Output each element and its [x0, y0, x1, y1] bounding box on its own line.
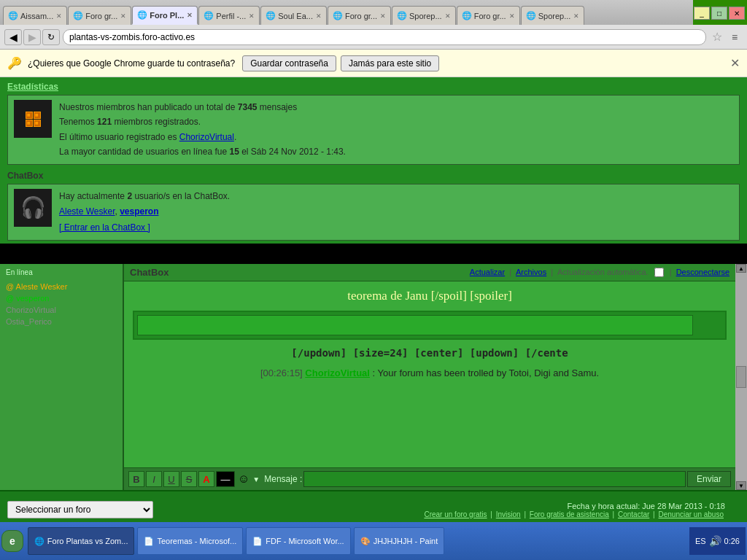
sidebar-user-3[interactable]: ChorizoVirtual: [3, 304, 120, 316]
chat-toolbar: B I U S A — ☺ ▼ Mensaje : Enviar: [124, 467, 735, 490]
enter-chatbox-link[interactable]: [ Entrar en la ChatBox ]: [59, 222, 150, 233]
denunciar-link[interactable]: Denunciar un abuso: [658, 510, 724, 518]
sidebar-user-4[interactable]: Ostia_Perico: [3, 316, 120, 327]
tab-foro-pl[interactable]: 🌐 Foro Pl... ✕: [132, 6, 198, 25]
menu-icon[interactable]: ≡: [727, 29, 743, 45]
chat-user-link[interactable]: ChorizoVirtual: [305, 368, 370, 378]
close-password-bar-icon[interactable]: ✕: [730, 56, 740, 70]
chatbox-topbar: ChatBox Actualizar | Archivos | Actualiz…: [124, 264, 735, 281]
taskbar-item-fdf[interactable]: 📄 FDF - Microsoft Wor...: [246, 527, 350, 555]
chatbox-panel: En línea @ Aleste Wesker @ vesperon Chor…: [0, 264, 747, 490]
tab-sporep2[interactable]: 🌐 Sporep... ✕: [521, 6, 585, 25]
auto-update-checkbox[interactable]: [654, 268, 664, 277]
strikethrough-button[interactable]: S: [181, 471, 197, 487]
tab-perfil[interactable]: 🌐 Perfil -... ✕: [198, 6, 260, 25]
minimize-button[interactable]: _: [694, 7, 710, 20]
taskbar-item-paint[interactable]: 🎨 JHJHJHJH - Paint: [354, 527, 445, 555]
invision-link[interactable]: Invision: [496, 510, 521, 518]
tab-label: Foro gr...: [474, 12, 506, 20]
taskbar-label-teoremas: Teoremas - Microsof...: [157, 537, 236, 545]
last-user-link[interactable]: ChorizoVirtual: [179, 132, 234, 142]
tab-foro1[interactable]: 🌐 Foro gr... ✕: [68, 6, 131, 25]
taskbar: e 🌐 Foro Plantas vs Zom... 📄 Teoremas - …: [0, 522, 747, 560]
tab-close-icon[interactable]: ✕: [380, 12, 386, 20]
contactar-link[interactable]: Contactar: [618, 510, 649, 518]
chat-message-text: : Your forum has been trolled by Totoi, …: [370, 368, 599, 378]
back-button[interactable]: ◀: [4, 29, 22, 45]
stats-header[interactable]: Estadísticas: [7, 82, 740, 92]
chatbox-panel-links: Actualizar | Archivos | Actualización au…: [470, 268, 729, 277]
taskbar-icon-fdf: 📄: [252, 537, 263, 546]
save-password-button[interactable]: Guardar contraseña: [242, 55, 336, 71]
taskbar-icon-teoremas: 📄: [144, 537, 154, 546]
chat-message-truncated: teorema de Janu [/spoil] [spoiler]: [127, 284, 732, 308]
tab-sporep1[interactable]: 🌐 Sporep... ✕: [392, 6, 456, 25]
address-input[interactable]: [63, 29, 706, 45]
address-bar: ◀ ▶ ↻ ☆ ≡: [0, 25, 747, 50]
tab-close-icon[interactable]: ✕: [187, 12, 193, 19]
tab-bar: 🌐 Aissam... ✕ 🌐 Foro gr... ✕ 🌐 Foro Pl..…: [0, 0, 747, 25]
dash-button[interactable]: —: [216, 471, 235, 487]
maximize-button[interactable]: □: [711, 7, 727, 20]
emoji-button[interactable]: ☺: [238, 472, 249, 486]
emoji-dropdown-icon[interactable]: ▼: [252, 475, 260, 483]
bookmark-star-icon[interactable]: ☆: [709, 29, 725, 45]
tab-label: Sporep...: [409, 12, 442, 20]
refresh-button[interactable]: ↻: [42, 29, 60, 45]
taskbar-item-teoremas[interactable]: 📄 Teoremas - Microsof...: [137, 527, 243, 555]
tab-close-icon[interactable]: ✕: [316, 12, 322, 20]
taskbar-item-foro[interactable]: 🌐 Foro Plantas vs Zom...: [28, 527, 135, 555]
bold-button[interactable]: B: [128, 471, 144, 487]
tab-label: Sporep...: [538, 12, 571, 20]
tab-label: Soul Ea...: [278, 12, 313, 20]
italic-button[interactable]: I: [146, 471, 162, 487]
foro-asistencia-link[interactable]: Foro gratis de asistencia: [530, 510, 609, 518]
chat-message-code: [/updown] [size=24] [center] [updown] [/…: [127, 343, 732, 363]
system-tray: ES 🔊 0:26: [689, 527, 746, 555]
chat-input-embedded: [133, 311, 727, 340]
never-save-button[interactable]: Jamás para este sitio: [341, 55, 439, 71]
create-forum-link[interactable]: Crear un foro gratis: [424, 510, 487, 518]
tab-label-active: Foro Pl...: [150, 11, 184, 20]
black-divider: [0, 244, 747, 264]
chatbox-user1-link[interactable]: Aleste Wesker: [59, 206, 115, 217]
chatbox-upper-section: ChatBox 🎧 Hay actualmente 2 usuario/s en…: [0, 168, 747, 244]
forward-button[interactable]: ▶: [23, 29, 41, 45]
tab-close-icon[interactable]: ✕: [445, 12, 451, 20]
archivos-link[interactable]: Archivos: [516, 268, 546, 277]
speaker-icon[interactable]: 🔊: [709, 535, 721, 547]
tab-foro3[interactable]: 🌐 Foro gr... ✕: [457, 6, 520, 25]
chatbox-upper-text: Hay actualmente 2 usuario/s en la ChatBo…: [59, 189, 230, 236]
mensaje-label: Mensaje :: [264, 474, 302, 484]
desconectar-link[interactable]: Desconectarse: [676, 268, 729, 277]
tab-soul[interactable]: 🌐 Soul Ea... ✕: [260, 6, 327, 25]
color-button[interactable]: A: [198, 471, 214, 487]
tab-aissam[interactable]: 🌐 Aissam... ✕: [3, 6, 67, 25]
taskbar-label-paint: JHJHJHJH - Paint: [374, 537, 438, 545]
chatbox-main-area: ChatBox Actualizar | Archivos | Actualiz…: [124, 264, 735, 490]
right-scrollbar[interactable]: ▲ ▼: [735, 264, 747, 490]
tab-close-icon[interactable]: ✕: [120, 12, 126, 20]
chat-embedded-input[interactable]: [137, 315, 693, 335]
stats-section: Estadísticas ■ ■ ■ ■ Nuestros miembros h…: [0, 77, 747, 168]
tab-close-icon[interactable]: ✕: [573, 12, 579, 20]
close-button[interactable]: ✕: [729, 7, 745, 20]
send-button[interactable]: Enviar: [687, 471, 731, 487]
tab-close-icon[interactable]: ✕: [509, 12, 515, 20]
sidebar-user-2[interactable]: @ vesperon: [3, 292, 120, 304]
start-button[interactable]: e: [1, 530, 23, 552]
tab-close-icon[interactable]: ✕: [56, 12, 62, 20]
message-input[interactable]: [303, 471, 686, 487]
underline-button[interactable]: U: [163, 471, 179, 487]
tab-foro2[interactable]: 🌐 Foro gr... ✕: [328, 6, 391, 25]
chat-messages-area[interactable]: teorema de Janu [/spoil] [spoiler] [/upd…: [124, 281, 735, 467]
tab-label: Aissam...: [20, 12, 53, 20]
actualizar-link[interactable]: Actualizar: [470, 268, 505, 277]
key-icon: 🔑: [7, 56, 22, 70]
stats-icon: ■ ■ ■ ■: [14, 100, 52, 138]
tab-close-icon[interactable]: ✕: [249, 12, 255, 20]
page-content: Estadísticas ■ ■ ■ ■ Nuestros miembros h…: [0, 77, 747, 528]
forum-select[interactable]: Seleccionar un foro: [7, 501, 153, 518]
chatbox-user2-link[interactable]: vesperon: [120, 206, 158, 217]
sidebar-user-1[interactable]: @ Aleste Wesker: [3, 281, 120, 292]
